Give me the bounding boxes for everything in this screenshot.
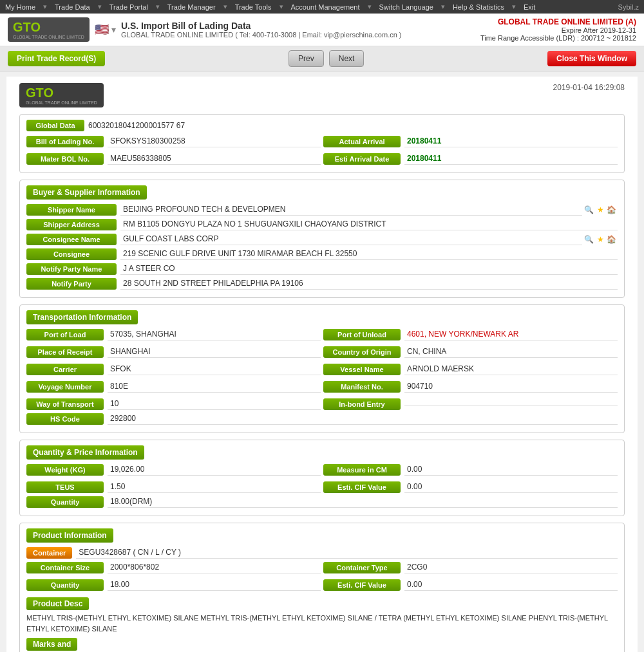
nav-trade-data[interactable]: Trade Data [55,3,90,11]
container-button[interactable]: Container [26,547,72,559]
manifest-no-row: Manifest No. 904710 [323,380,618,393]
flag-dropdown-icon[interactable]: ▾ [111,24,116,35]
carrier-value: SFOK [108,363,321,375]
teus-label: TEUS [26,481,104,493]
notify-party-name-label: Notify Party Name [26,263,117,275]
hs-code-value: 292800 [108,413,618,425]
container-type-row: Container Type 2CG0 [323,561,618,573]
consignee-name-label: Consignee Name [26,234,117,245]
consignee-label: Consignee [26,248,117,260]
nav-switch-language[interactable]: Switch Language [379,3,433,11]
container-size-label: Container Size [26,562,104,573]
port-of-load-value: 57035, SHANGHAI [108,328,321,340]
port-of-load-row: Port of Load 57035, SHANGHAI [26,328,321,340]
prev-button[interactable]: Prev [289,50,324,67]
esti-arrival-value: 20180411 [404,153,618,165]
transportation-header: Transportation Information [26,310,138,324]
esti-arrival-row: Esti Arrival Date 20180411 [323,153,618,165]
main-content: GTO GLOBAL TRADE ONLINE LIMITED 2019-01-… [6,77,638,652]
actual-arrival-label: Actual Arrival [323,136,401,147]
transportation-section: Transportation Information Port of Load … [19,304,625,433]
nav-my-home[interactable]: My Home [5,3,35,11]
product-quantity-label: Quantity [26,579,104,591]
voyage-number-label: Voyage Number [26,381,104,393]
product-esti-cif-value: 0.00 [404,579,618,591]
manifest-no-label: Manifest No. [323,381,401,393]
consignee-home-icon[interactable]: 🏠 [607,235,616,244]
global-data-row: Global Data 60032018041200001577 67 [26,120,618,131]
time-range: Time Range Accessible (LDR) : 200712 ~ 2… [480,34,636,42]
in-bond-entry-value [404,402,618,405]
vessel-name-label: Vessel Name [323,364,401,375]
top-toolbar: Print Trade Record(S) Prev Next Close Th… [0,46,644,71]
country-of-origin-value: CN, CHINA [404,346,618,358]
company-name: GLOBAL TRADE ONLINE LIMITED (A) [480,17,636,26]
page-title: U.S. Import Bill of Lading Data [121,21,402,31]
weight-label: Weight (KG) [26,464,104,476]
notify-party-row: Notify Party 28 SOUTH 2ND STREET PHILADE… [26,277,618,290]
shipper-name-value: BEIJING PROFOUND TECH & DEVELOPMEN [120,203,582,216]
container-size-value: 2000*806*802 [108,561,321,573]
measure-value: 0.00 [404,463,618,476]
teus-value: 1.50 [108,481,321,493]
print-button[interactable]: Print Trade Record(S) [8,51,105,66]
hs-code-row: HS Code 292800 [26,413,618,425]
consignee-name-value: GULF COAST LABS CORP [120,233,582,245]
product-esti-cif-label: Esti. CIF Value [323,579,401,591]
shipper-address-value: RM B1105 DONGYU PLAZA NO 1 SHUGUANGXILI … [120,218,618,230]
hs-code-label: HS Code [26,413,104,425]
esti-cif-value: 0.00 [404,481,618,493]
expire-date: Expire After 2019-12-31 [480,26,636,34]
shipper-address-row: Shipper Address RM B1105 DONGYU PLAZA NO… [26,218,618,230]
container-type-label: Container Type [323,562,401,573]
place-of-receipt-row: Place of Receipt SHANGHAI [26,346,321,358]
nav-exit[interactable]: Exit [524,3,535,11]
consignee-name-row: Consignee Name GULF COAST LABS CORP 🔍 ★ … [26,233,618,245]
nav-trade-tools[interactable]: Trade Tools [235,3,272,11]
place-of-receipt-value: SHANGHAI [108,346,321,358]
header-contact: GLOBAL TRADE ONLINE LIMITED ( Tel: 400-7… [121,31,402,39]
quantity-price-section: Quantity & Price Information Weight (KG)… [19,440,625,516]
esti-cif-label: Esti. CIF Value [323,481,401,493]
country-of-origin-label: Country of Origin [323,346,401,358]
nav-trade-portal[interactable]: Trade Portal [109,3,148,11]
consignee-row: Consignee 219 SCENIC GULF DRIVE UNIT 173… [26,248,618,260]
voyage-number-value: 810E [108,380,321,393]
country-of-origin-row: Country of Origin CN, CHINA [323,346,618,358]
shipper-search-icon[interactable]: 🔍 [584,205,594,214]
product-desc-text: METHYL TRIS-(METHYL ETHYL KETOXIME) SILA… [26,613,618,634]
next-button[interactable]: Next [329,50,365,67]
product-header: Product Information [26,528,113,543]
notify-party-value: 28 SOUTH 2ND STREET PHILADELPHIA PA 1910… [120,277,618,290]
carrier-label: Carrier [26,364,104,375]
notify-party-name-row: Notify Party Name J A STEER CO [26,263,618,275]
marks-title: Marks and [26,638,77,651]
in-bond-entry-row: In-bond Entry [323,398,618,410]
close-button[interactable]: Close This Window [547,51,636,66]
consignee-search-icon[interactable]: 🔍 [584,235,594,244]
global-data-value: 60032018041200001577 67 [88,121,185,130]
in-bond-entry-label: In-bond Entry [323,398,401,410]
container-value: SEGU3428687 ( CN / L / CY ) [76,546,618,559]
port-of-unload-row: Port of Unload 4601, NEW YORK/NEWARK AR [323,328,618,340]
bill-of-lading-value: SFOKSYS180300258 [108,135,321,147]
way-of-transport-row: Way of Transport 10 [26,398,321,410]
shipper-star-icon[interactable]: ★ [597,205,604,214]
consignee-star-icon[interactable]: ★ [597,235,604,244]
flag-icon: 🇺🇸 [95,23,109,37]
nav-help-statistics[interactable]: Help & Statistics [453,3,504,11]
content-header: GTO GLOBAL TRADE ONLINE LIMITED 2019-01-… [19,83,625,107]
nav-account-management[interactable]: Account Management [291,3,360,11]
shipper-home-icon[interactable]: 🏠 [607,205,616,214]
way-of-transport-label: Way of Transport [26,398,104,410]
container-row: Container SEGU3428687 ( CN / L / CY ) [26,546,618,559]
vessel-name-row: Vessel Name ARNOLD MAERSK [323,363,618,375]
quantity-price-quantity-value: 18.00(DRM) [108,496,618,508]
esti-cif-row: Esti. CIF Value 0.00 [323,481,618,493]
mater-bol-label: Mater BOL No. [26,153,104,165]
user-name: Sybil.z [618,3,639,11]
product-quantity-value: 18.00 [108,579,321,591]
shipper-address-label: Shipper Address [26,219,117,230]
notify-party-name-value: J A STEER CO [120,263,618,275]
nav-trade-manager[interactable]: Trade Manager [167,3,216,11]
